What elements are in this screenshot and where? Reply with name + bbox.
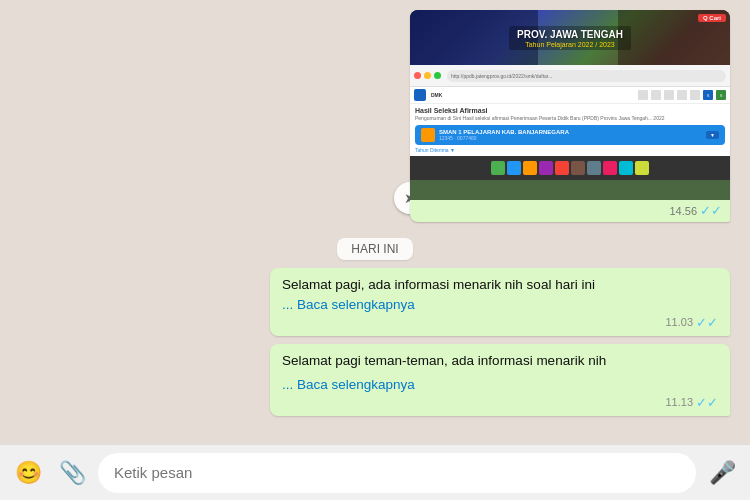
voice-button[interactable]: 🎤 — [704, 455, 740, 491]
attachment-icon: 📎 — [59, 460, 86, 486]
screenshot-image: PROV. JAWA TENGAH Tahun Pelajaran 2022 /… — [410, 10, 730, 200]
prov-title: PROV. JAWA TENGAH — [517, 28, 623, 41]
result-title: Hasil Seleksi Afirmasi — [415, 107, 725, 114]
microphone-icon: 🎤 — [709, 460, 736, 486]
read-more-link-1[interactable]: ... Baca selengkapnya — [282, 297, 415, 312]
screenshot-navbar: http://ppdb.jatengprov.go.id/2022/smk/da… — [410, 65, 730, 87]
message-footer-2: 11.13 ✓✓ — [282, 395, 718, 410]
date-badge-label: HARI INI — [337, 238, 412, 260]
date-divider: HARI INI — [20, 238, 730, 260]
image-message-time: 14.56 ✓✓ — [410, 200, 730, 222]
message-time-1: 11.03 — [665, 316, 693, 328]
read-tick-1-icon: ✓✓ — [696, 315, 718, 330]
text-bubble-1: Selamat pagi, ada informasi menarik nih … — [270, 268, 730, 336]
emoji-button[interactable]: 😊 — [10, 455, 46, 491]
read-tick-2-icon: ✓✓ — [696, 395, 718, 410]
input-bar: 😊 📎 🎤 — [0, 444, 750, 500]
message-time-2: 11.13 — [665, 396, 693, 408]
emoji-icon: 😊 — [15, 460, 42, 486]
attachment-button[interactable]: 📎 — [54, 455, 90, 491]
image-content: PROV. JAWA TENGAH Tahun Pelajaran 2022 /… — [410, 10, 730, 200]
read-more-link-2[interactable]: ... Baca selengkapnya — [282, 377, 415, 392]
message-footer-1: 11.03 ✓✓ — [282, 315, 718, 330]
text-message-2: Selamat pagi teman-teman, ada informasi … — [270, 344, 730, 416]
message-input[interactable] — [114, 464, 680, 481]
message-text-2: Selamat pagi teman-teman, ada informasi … — [282, 352, 718, 371]
text-bubble-2: Selamat pagi teman-teman, ada informasi … — [270, 344, 730, 416]
read-tick-icon: ✓✓ — [700, 203, 722, 218]
prov-sub: Tahun Pelajaran 2022 / 2023 — [517, 41, 623, 48]
image-bubble: PROV. JAWA TENGAH Tahun Pelajaran 2022 /… — [410, 10, 730, 222]
text-message-1: Selamat pagi, ada informasi menarik nih … — [270, 268, 730, 336]
image-message: ➤ PROV. JAWA TENGAH — [410, 10, 730, 222]
screenshot-content: Hasil Seleksi Afirmasi Pengumuman di Sin… — [410, 104, 730, 156]
message-input-wrap — [98, 453, 696, 493]
screenshot-dock — [410, 156, 730, 180]
chat-area: ➤ PROV. JAWA TENGAH — [0, 0, 750, 444]
message-text-1: Selamat pagi, ada informasi menarik nih … — [282, 276, 718, 295]
chat-background: ➤ PROV. JAWA TENGAH — [0, 0, 750, 500]
